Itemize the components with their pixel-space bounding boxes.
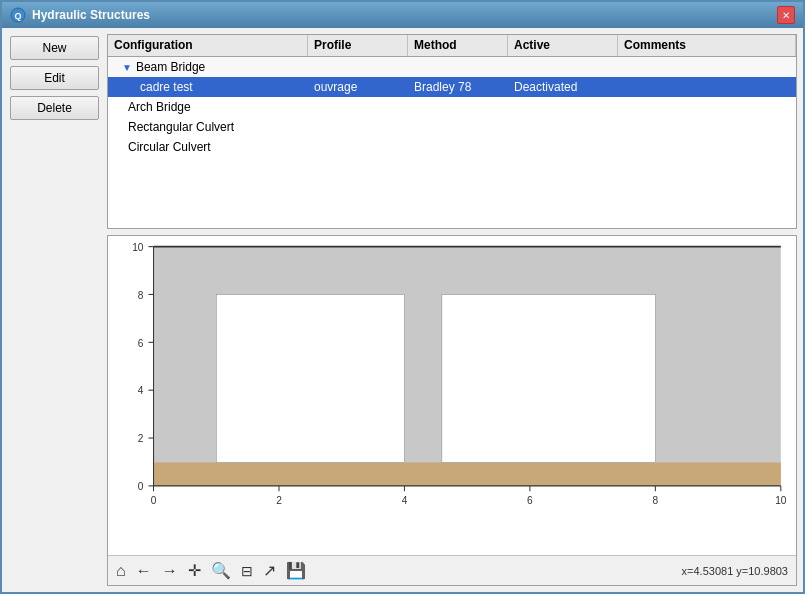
svg-text:10: 10 — [132, 242, 143, 253]
category-label: Rectangular Culvert — [128, 120, 234, 134]
close-button[interactable]: ✕ — [777, 6, 795, 24]
table-header: Configuration Profile Method Active Comm… — [108, 35, 796, 57]
svg-text:2: 2 — [276, 495, 282, 506]
left-panel: New Edit Delete — [2, 28, 107, 592]
svg-text:6: 6 — [527, 495, 533, 506]
sliders-icon[interactable]: ⊟ — [241, 563, 253, 579]
expand-icon: ▼ — [114, 62, 132, 73]
svg-text:0: 0 — [151, 495, 157, 506]
svg-text:8: 8 — [653, 495, 659, 506]
svg-text:4: 4 — [402, 495, 408, 506]
list-item[interactable]: Circular Culvert — [108, 137, 796, 157]
svg-rect-6 — [442, 294, 655, 462]
list-item[interactable]: cadre test ouvrage Bradley 78 Deactivate… — [108, 77, 796, 97]
list-item[interactable]: ▼ Beam Bridge — [108, 57, 796, 77]
category-label: Beam Bridge — [136, 60, 205, 74]
main-window: Q Hydraulic Structures ✕ New Edit Delete… — [0, 0, 805, 594]
configuration-table: Configuration Profile Method Active Comm… — [107, 34, 797, 229]
app-icon: Q — [10, 7, 26, 23]
title-bar: Q Hydraulic Structures ✕ — [2, 2, 803, 28]
category-label: Circular Culvert — [128, 140, 211, 154]
title-bar-left: Q Hydraulic Structures — [10, 7, 150, 23]
toolbar-icons: ⌂ ← → ✛ 🔍 ⊟ ↗ 💾 — [116, 561, 306, 580]
forward-icon[interactable]: → — [162, 562, 178, 580]
list-item[interactable]: Arch Bridge — [108, 97, 796, 117]
back-icon[interactable]: ← — [136, 562, 152, 580]
chart-toolbar: ⌂ ← → ✛ 🔍 ⊟ ↗ 💾 x=4.53081 y=10.9803 — [108, 555, 796, 585]
col-header-configuration: Configuration — [108, 35, 308, 56]
svg-text:8: 8 — [138, 290, 144, 301]
home-icon[interactable]: ⌂ — [116, 562, 126, 580]
coords-display: x=4.53081 y=10.9803 — [682, 565, 788, 577]
row-configuration: cadre test — [140, 80, 193, 94]
chart-svg: 10 8 6 4 2 — [108, 236, 796, 555]
svg-rect-5 — [216, 294, 404, 462]
col-header-active: Active — [508, 35, 618, 56]
delete-button[interactable]: Delete — [10, 96, 99, 120]
zoom-icon[interactable]: 🔍 — [211, 561, 231, 580]
svg-text:6: 6 — [138, 337, 144, 348]
svg-rect-4 — [154, 462, 781, 485]
svg-text:10: 10 — [775, 495, 786, 506]
new-button[interactable]: New — [10, 36, 99, 60]
save-icon[interactable]: 💾 — [286, 561, 306, 580]
svg-text:4: 4 — [138, 385, 144, 396]
svg-text:0: 0 — [138, 481, 144, 492]
chart-line-icon[interactable]: ↗ — [263, 561, 276, 580]
chart-area: 10 8 6 4 2 — [108, 236, 796, 555]
svg-text:Q: Q — [14, 11, 21, 21]
list-item[interactable]: Rectangular Culvert — [108, 117, 796, 137]
col-header-method: Method — [408, 35, 508, 56]
chart-container: 10 8 6 4 2 — [107, 235, 797, 586]
col-header-profile: Profile — [308, 35, 408, 56]
content-area: New Edit Delete Configuration Profile Me… — [2, 28, 803, 592]
table-body: ▼ Beam Bridge cadre — [108, 57, 796, 157]
edit-button[interactable]: Edit — [10, 66, 99, 90]
svg-text:2: 2 — [138, 433, 144, 444]
pan-icon[interactable]: ✛ — [188, 561, 201, 580]
category-label: Arch Bridge — [128, 100, 191, 114]
window-title: Hydraulic Structures — [32, 8, 150, 22]
right-panel: Configuration Profile Method Active Comm… — [107, 28, 803, 592]
col-header-comments: Comments — [618, 35, 796, 56]
